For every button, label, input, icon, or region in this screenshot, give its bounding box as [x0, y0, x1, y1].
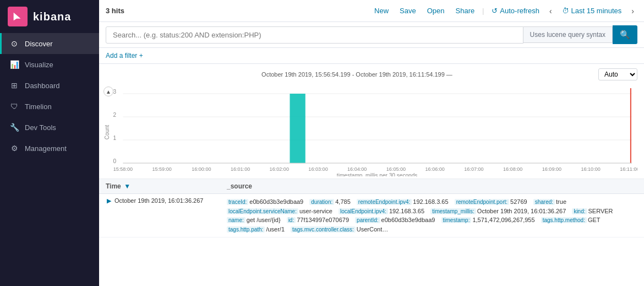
svg-text:16:04:00: 16:04:00 — [347, 166, 367, 172]
wrench-icon: 🔧 — [9, 122, 19, 132]
row-source: traceId:e0b60d3b3e9dbaa9 duration:4,785 … — [227, 197, 637, 234]
svg-text:0: 0 — [113, 158, 116, 164]
sidebar-item-label: Dashboard — [25, 82, 60, 90]
chart-collapse-button[interactable]: ▲ — [103, 87, 113, 96]
svg-text:timestamp_millis per 30 second: timestamp_millis per 30 seconds — [337, 172, 418, 176]
new-button[interactable]: New — [370, 4, 393, 17]
table-rows: ▶ October 19th 2019, 16:01:36.267 traceI… — [99, 194, 644, 238]
chart-header: October 19th 2019, 15:56:54.199 - Octobe… — [103, 68, 637, 80]
svg-text:15:59:00: 15:59:00 — [152, 166, 171, 172]
add-filter-button[interactable]: Add a filter + — [106, 51, 143, 61]
search-button[interactable]: 🔍 — [613, 25, 637, 44]
svg-text:16:11:00: 16:11:00 — [620, 166, 637, 172]
sidebar-item-devtools[interactable]: 🔧 Dev Tools — [0, 117, 99, 138]
interval-select[interactable]: Auto — [598, 68, 637, 80]
svg-text:16:00:00: 16:00:00 — [192, 166, 211, 172]
svg-text:16:05:00: 16:05:00 — [386, 166, 406, 172]
open-button[interactable]: Open — [423, 4, 449, 17]
next-time-button[interactable]: › — [628, 4, 637, 18]
col-source-header: _source — [227, 182, 637, 190]
svg-text:16:09:00: 16:09:00 — [542, 166, 561, 172]
table-header: Time ▼ _source — [99, 179, 644, 194]
svg-text:16:01:00: 16:01:00 — [231, 166, 250, 172]
histogram-chart: 3 2 1 0 Count — [103, 83, 637, 176]
results-table: Time ▼ _source ▶ October 19th 2019, 16:0… — [99, 179, 644, 286]
row-expand-button[interactable]: ▶ — [106, 197, 112, 204]
svg-text:16:10:00: 16:10:00 — [581, 166, 600, 172]
refresh-icon: ↺ — [492, 7, 498, 15]
svg-text:16:08:00: 16:08:00 — [503, 166, 522, 172]
save-button[interactable]: Save — [395, 4, 421, 17]
sidebar-item-management[interactable]: ⚙ Management — [0, 138, 99, 159]
time-range-button[interactable]: ⏱ Last 15 minutes — [558, 4, 626, 17]
svg-text:3: 3 — [113, 89, 116, 95]
svg-text:Count: Count — [104, 125, 110, 139]
topbar: 3 hits New Save Open Share | ↺ Auto-refr… — [99, 0, 644, 22]
compass-icon: ⊙ — [9, 39, 19, 48]
hits-count: 3 hits — [106, 7, 124, 15]
svg-text:16:06:00: 16:06:00 — [425, 166, 445, 172]
sidebar-item-discover[interactable]: ⊙ Discover — [0, 33, 99, 54]
table-row: ▶ October 19th 2019, 16:01:36.267 traceI… — [99, 194, 644, 238]
sidebar-item-visualize[interactable]: 📊 Visualize — [0, 54, 99, 75]
autorefresh-button[interactable]: ↺ Auto-refresh — [487, 4, 544, 17]
autorefresh-label: Auto-refresh — [500, 7, 539, 15]
time-range-label: Last 15 minutes — [571, 7, 622, 15]
sidebar-item-timelion[interactable]: 🛡 Timelion — [0, 96, 99, 117]
lucene-hint: Uses lucene query syntax — [523, 26, 613, 43]
row-time: October 19th 2019, 16:01:36.267 — [114, 197, 227, 204]
grid-icon: ⊞ — [9, 80, 19, 90]
chart-time-range: October 19th 2019, 15:56:54.199 - Octobe… — [119, 71, 595, 78]
svg-text:2: 2 — [113, 112, 116, 118]
content-area: ▲ October 19th 2019, 15:56:54.199 - Octo… — [99, 64, 644, 286]
svg-rect-9 — [290, 94, 305, 163]
sidebar-item-dashboard[interactable]: ⊞ Dashboard — [0, 75, 99, 96]
svg-text:16:03:00: 16:03:00 — [308, 166, 328, 172]
chart-icon: 📊 — [9, 60, 19, 69]
sidebar-item-label: Visualize — [25, 61, 53, 69]
separator: | — [482, 7, 484, 15]
sidebar: kibana ⊙ Discover 📊 Visualize ⊞ Dashboar… — [0, 0, 99, 286]
col-time-header: Time ▼ — [106, 182, 227, 190]
filterbar: Add a filter + — [99, 48, 644, 64]
search-input[interactable] — [106, 26, 523, 44]
searchbar: Uses lucene query syntax 🔍 — [99, 22, 644, 48]
timelion-icon: 🛡 — [9, 101, 19, 111]
sidebar-item-label: Timelion — [25, 102, 52, 111]
svg-text:15:58:00: 15:58:00 — [113, 166, 133, 172]
share-button[interactable]: Share — [451, 4, 479, 17]
kibana-logo-icon — [8, 7, 28, 26]
clock-icon: ⏱ — [562, 7, 569, 15]
sidebar-item-label: Discover — [25, 40, 53, 48]
svg-text:16:07:00: 16:07:00 — [464, 166, 483, 172]
gear-icon: ⚙ — [9, 143, 19, 153]
prev-time-button[interactable]: ‹ — [546, 4, 555, 18]
kibana-logo-text: kibana — [33, 10, 71, 23]
chart-container: ▲ October 19th 2019, 15:56:54.199 - Octo… — [99, 64, 644, 179]
main-content: 3 hits New Save Open Share | ↺ Auto-refr… — [99, 0, 644, 286]
logo-area: kibana — [0, 0, 99, 33]
svg-text:1: 1 — [113, 135, 116, 141]
sidebar-item-label: Dev Tools — [25, 123, 56, 132]
svg-text:16:02:00: 16:02:00 — [270, 166, 289, 172]
sidebar-item-label: Management — [25, 144, 67, 153]
